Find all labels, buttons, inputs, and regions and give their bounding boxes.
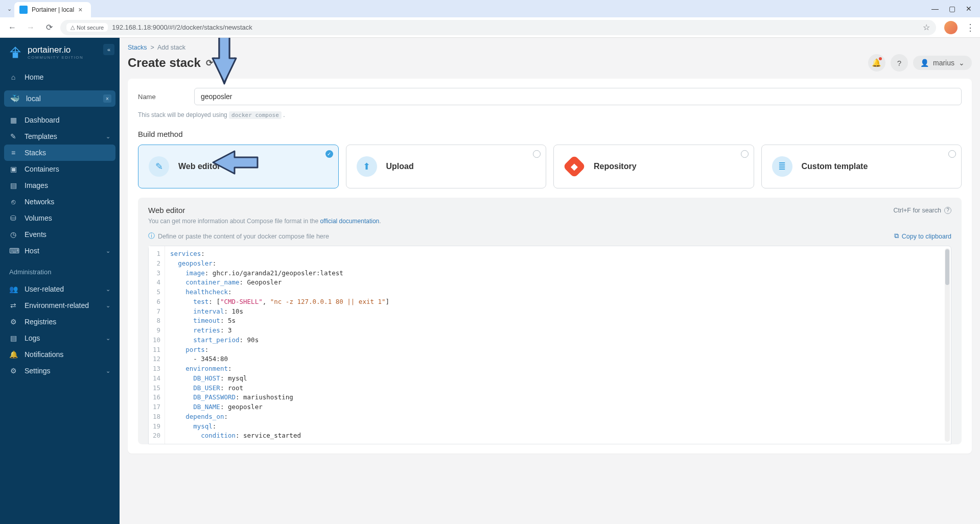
method-icon: ≣ xyxy=(772,156,792,177)
sidebar-item-containers[interactable]: ▣Containers xyxy=(0,161,120,177)
nav-icon: ≡ xyxy=(9,149,17,157)
env-close-icon[interactable]: × xyxy=(103,94,111,103)
editor-title: Web editor xyxy=(148,206,185,215)
nav-icon: 🔔 xyxy=(9,350,17,359)
chevron-down-icon: ⌄ xyxy=(106,302,110,309)
browser-toolbar: ← → ⟳ △ Not secure 192.168.1.18:9000/#!/… xyxy=(0,17,980,38)
sidebar-item-environment-related[interactable]: ⇄Environment-related⌄ xyxy=(0,297,120,314)
nav-icon: ⚙ xyxy=(9,318,17,326)
nav-icon: ⎋ xyxy=(9,198,17,206)
chevron-down-icon: ⌄ xyxy=(106,248,110,254)
sidebar-environment-pill[interactable]: 🐳 local × xyxy=(4,90,115,107)
scrollbar-thumb[interactable] xyxy=(945,249,949,285)
page-title: Create stack ⟳ xyxy=(128,56,213,70)
web-editor-panel: Web editor Ctrl+F for search ? You can g… xyxy=(138,198,962,444)
official-docs-link[interactable]: official documentation xyxy=(320,218,379,225)
chevron-down-icon: ⌄ xyxy=(106,368,110,374)
help-icon: ? xyxy=(897,59,901,67)
chevron-down-icon: ⌄ xyxy=(106,335,110,342)
breadcrumb-root-link[interactable]: Stacks xyxy=(128,44,147,51)
annotation-arrow-down xyxy=(206,38,242,89)
editor-placeholder-info: ⓘ Define or paste the content of your do… xyxy=(148,232,329,241)
browser-menu-icon[interactable]: ⋮ xyxy=(966,22,975,33)
nav-icon: ▣ xyxy=(9,165,17,173)
sidebar-item-user-related[interactable]: 👥User-related⌄ xyxy=(0,281,120,297)
tab-title: Portainer | local xyxy=(32,6,74,13)
back-button[interactable]: ← xyxy=(5,20,19,35)
nav-icon: 👥 xyxy=(9,285,17,293)
code-content[interactable]: services: geoposler: image: ghcr.io/gara… xyxy=(165,246,951,444)
warning-icon: △ xyxy=(71,24,75,31)
nav-icon: ⌨ xyxy=(9,247,17,255)
favicon-icon xyxy=(19,6,28,14)
method-icon: ◆ xyxy=(563,155,586,178)
deploy-helper-text: This stack will be deployed using docker… xyxy=(138,111,962,118)
build-method-repository[interactable]: ◆ Repository xyxy=(553,145,754,188)
sidebar-item-networks[interactable]: ⎋Networks xyxy=(0,194,120,210)
docker-whale-icon: 🐳 xyxy=(10,94,20,103)
home-icon: ⌂ xyxy=(9,73,17,81)
nav-icon: ⛁ xyxy=(9,214,17,222)
window-maximize-icon[interactable]: ▢ xyxy=(949,5,955,13)
compose-code-editor[interactable]: 1234567891011121314151617181920 services… xyxy=(148,246,951,444)
nav-icon: ⚙ xyxy=(9,367,17,375)
editor-search-hint: Ctrl+F for search ? xyxy=(894,207,951,214)
security-chip[interactable]: △ Not secure xyxy=(66,23,108,32)
chevron-down-icon: ⌄ xyxy=(106,133,110,140)
sidebar-item-registries[interactable]: ⚙Registries xyxy=(0,314,120,330)
sidebar-item-images[interactable]: ▤Images xyxy=(0,177,120,194)
nav-icon: ▦ xyxy=(9,116,17,124)
chevron-down-icon: ⌄ xyxy=(106,286,110,293)
stack-name-input[interactable] xyxy=(194,88,962,105)
nav-icon: ▤ xyxy=(9,181,17,189)
sidebar-item-home[interactable]: ⌂ Home xyxy=(0,69,120,85)
tabs-dropdown-icon[interactable]: ⌄ xyxy=(4,6,14,12)
breadcrumb: Stacks > Add stack xyxy=(128,44,972,51)
user-icon: 👤 xyxy=(920,59,929,67)
help-circle-icon[interactable]: ? xyxy=(944,207,951,214)
window-minimize-icon[interactable]: — xyxy=(931,5,939,13)
build-method-custom-template[interactable]: ≣ Custom template xyxy=(761,145,962,188)
sidebar-item-events[interactable]: ◷Events xyxy=(0,226,120,243)
nav-icon: ⇄ xyxy=(9,301,17,309)
forward-button[interactable]: → xyxy=(24,20,38,35)
user-menu[interactable]: 👤 marius ⌄ xyxy=(913,56,972,70)
portainer-logo-icon xyxy=(8,45,22,60)
annotation-arrow-left xyxy=(209,147,260,178)
copy-to-clipboard-button[interactable]: ⧉ Copy to clipboard xyxy=(894,232,951,240)
sidebar-item-notifications[interactable]: 🔔Notifications xyxy=(0,346,120,363)
radio-indicator xyxy=(533,150,541,158)
info-circle-icon: ⓘ xyxy=(148,232,155,241)
sidebar-item-dashboard[interactable]: ▦Dashboard xyxy=(0,112,120,128)
profile-avatar[interactable] xyxy=(944,21,958,34)
browser-tab[interactable]: Portainer | local × xyxy=(14,2,91,17)
radio-indicator xyxy=(948,150,956,158)
nav-icon: ▤ xyxy=(9,334,17,342)
main-content: Stacks > Add stack Create stack ⟳ 🔔 ? xyxy=(120,38,980,524)
sidebar-collapse-button[interactable]: « xyxy=(103,44,114,55)
breadcrumb-current: Add stack xyxy=(157,44,185,51)
notifications-button[interactable]: 🔔 xyxy=(868,54,885,72)
help-button[interactable]: ? xyxy=(891,54,908,72)
sidebar-item-volumes[interactable]: ⛁Volumes xyxy=(0,210,120,226)
sidebar-item-host[interactable]: ⌨Host⌄ xyxy=(0,243,120,259)
window-close-icon[interactable]: ✕ xyxy=(966,5,972,13)
sidebar-item-settings[interactable]: ⚙Settings⌄ xyxy=(0,363,120,379)
bookmark-star-icon[interactable]: ☆ xyxy=(923,22,930,32)
sidebar-item-logs[interactable]: ▤Logs⌄ xyxy=(0,330,120,346)
build-method-upload[interactable]: ⬆ Upload xyxy=(346,145,547,188)
sidebar-item-stacks[interactable]: ≡Stacks xyxy=(4,145,115,161)
tab-close-icon[interactable]: × xyxy=(78,6,82,14)
nav-icon: ◷ xyxy=(9,230,17,239)
create-stack-form: Name This stack will be deployed using d… xyxy=(128,79,972,454)
sidebar-header: portainer.io COMMUNITY EDITION « xyxy=(0,38,120,67)
reload-button[interactable]: ⟳ xyxy=(42,20,56,35)
method-icon: ⬆ xyxy=(357,156,377,177)
build-method-title: Build method xyxy=(138,130,962,138)
editor-scrollbar[interactable] xyxy=(945,248,950,442)
copy-icon: ⧉ xyxy=(894,232,899,240)
sidebar-item-templates[interactable]: ✎Templates⌄ xyxy=(0,128,120,145)
chevron-down-icon: ⌄ xyxy=(959,59,965,67)
address-bar[interactable]: △ Not secure 192.168.1.18:9000/#!/2/dock… xyxy=(60,20,936,35)
brand-name: portainer.io xyxy=(28,45,83,55)
